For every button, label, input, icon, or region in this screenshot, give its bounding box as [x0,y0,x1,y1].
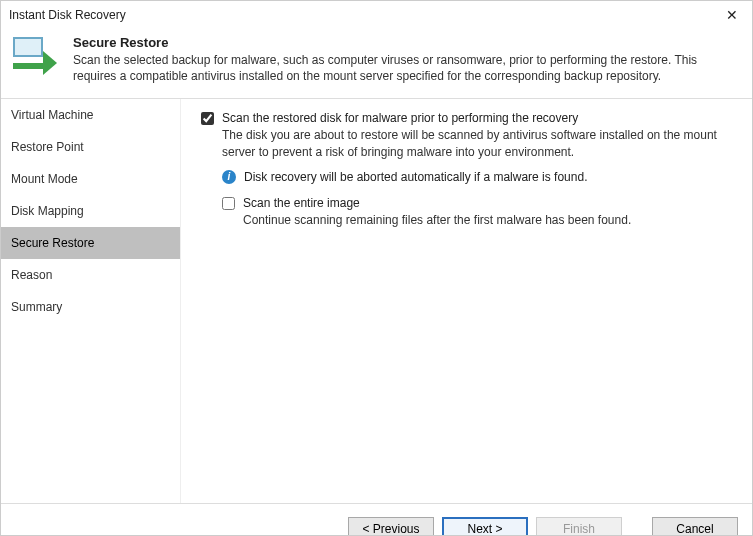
scan-disk-description: The disk you are about to restore will b… [222,127,730,159]
window-title: Instant Disk Recovery [9,8,126,22]
wizard-steps-sidebar: Virtual Machine Restore Point Mount Mode… [1,99,181,503]
info-note: Disk recovery will be aborted automatica… [244,170,587,184]
sidebar-item-mount-mode[interactable]: Mount Mode [1,163,180,195]
close-icon[interactable]: ✕ [720,7,744,23]
sidebar-item-summary[interactable]: Summary [1,291,180,323]
page-title: Secure Restore [73,35,740,50]
cancel-button[interactable]: Cancel [652,517,738,536]
scan-entire-description: Continue scanning remaining files after … [243,212,730,228]
secure-restore-icon [13,37,59,77]
sidebar-item-secure-restore[interactable]: Secure Restore [1,227,180,259]
wizard-footer: < Previous Next > Finish Cancel [1,503,752,536]
info-icon: i [222,170,236,184]
sidebar-item-reason[interactable]: Reason [1,259,180,291]
content-pane: Scan the restored disk for malware prior… [181,99,752,503]
sidebar-item-disk-mapping[interactable]: Disk Mapping [1,195,180,227]
sidebar-item-virtual-machine[interactable]: Virtual Machine [1,99,180,131]
scan-disk-label: Scan the restored disk for malware prior… [222,111,578,125]
wizard-header: Secure Restore Scan the selected backup … [1,29,752,99]
finish-button: Finish [536,517,622,536]
sidebar-item-restore-point[interactable]: Restore Point [1,131,180,163]
scan-entire-label: Scan the entire image [243,196,360,210]
next-button[interactable]: Next > [442,517,528,536]
page-description: Scan the selected backup for malware, su… [73,52,740,84]
scan-disk-checkbox[interactable] [201,112,214,125]
previous-button[interactable]: < Previous [348,517,434,536]
scan-entire-checkbox[interactable] [222,197,235,210]
